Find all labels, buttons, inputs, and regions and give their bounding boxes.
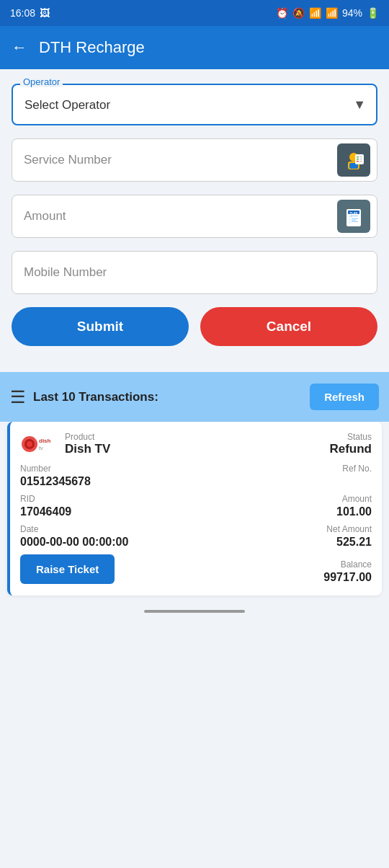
- page-title: DTH Recharge: [39, 38, 145, 57]
- balance-label: Balance: [115, 559, 372, 570]
- amount-label: Amount: [196, 494, 372, 504]
- wifi-icon: 📶: [309, 7, 321, 19]
- raise-ticket-button[interactable]: Raise Ticket: [20, 554, 115, 584]
- back-button[interactable]: ←: [12, 38, 27, 57]
- svg-rect-4: [355, 154, 364, 164]
- submit-button[interactable]: Submit: [12, 307, 189, 346]
- svg-rect-6: [359, 156, 362, 157]
- balance-value: 99717.00: [115, 571, 372, 584]
- battery-label: 94%: [342, 7, 362, 19]
- svg-rect-20: [352, 220, 356, 221]
- netamount-field: Net Amount 525.21: [196, 524, 372, 549]
- date-field: Date 0000-00-00 00:00:00: [20, 524, 196, 549]
- home-bar: [144, 610, 245, 613]
- main-content: Operator Select Operator ▼: [0, 69, 389, 358]
- number-refno-row: Number 01512345678 Ref No.: [20, 464, 372, 488]
- status-left: 16:08 🖼: [10, 7, 50, 19]
- contact-icon[interactable]: [337, 143, 370, 177]
- refresh-button[interactable]: Refresh: [310, 384, 379, 410]
- transactions-title-group: ☰ Last 10 Transactions:: [10, 387, 158, 407]
- signal-icon: 📶: [326, 7, 338, 19]
- status-value: Refund: [329, 442, 372, 456]
- status-photo-icon: 🖼: [40, 7, 50, 19]
- rid-value: 17046409: [20, 505, 196, 518]
- number-label: Number: [20, 464, 196, 474]
- product-label: Product: [65, 432, 110, 442]
- transactions-title: Last 10 Transactions:: [33, 390, 158, 404]
- operator-container: Operator Select Operator ▼: [12, 84, 377, 125]
- buttons-row: Submit Cancel: [12, 307, 377, 346]
- amount-input[interactable]: [12, 195, 377, 238]
- amount-value: 101.00: [196, 505, 372, 518]
- status-time: 16:08: [10, 7, 35, 19]
- svg-text:tv: tv: [39, 446, 43, 451]
- amount-field: Amount 101.00: [196, 494, 372, 518]
- product-info: dish tv Product Dish TV: [20, 432, 110, 456]
- svg-rect-10: [359, 161, 362, 161]
- rid-field: RID 17046409: [20, 494, 196, 518]
- date-value: 0000-00-00 00:00:00: [20, 536, 196, 549]
- amount-group: PLAN: [12, 195, 377, 238]
- svg-text:PLAN: PLAN: [350, 211, 358, 215]
- svg-rect-16: [349, 216, 351, 218]
- product-details: Product Dish TV: [65, 432, 110, 456]
- card-top-row: dish tv Product Dish TV Status Refund: [20, 432, 372, 456]
- svg-rect-17: [352, 216, 358, 216]
- number-value: 01512345678: [20, 475, 196, 488]
- rid-label: RID: [20, 494, 196, 504]
- status-col: Status Refund: [329, 432, 372, 456]
- operator-select[interactable]: Select Operator: [12, 84, 377, 125]
- svg-point-25: [27, 441, 32, 447]
- svg-rect-9: [357, 161, 359, 162]
- service-number-input[interactable]: [12, 138, 377, 182]
- mute-icon: 🔕: [292, 7, 305, 19]
- svg-rect-19: [352, 218, 358, 219]
- refno-field: Ref No.: [196, 464, 372, 488]
- battery-icon: 🔋: [367, 7, 379, 19]
- transactions-list-icon: ☰: [10, 387, 26, 407]
- alarm-icon: ⏰: [276, 7, 288, 19]
- status-bar: 16:08 🖼 ⏰ 🔕 📶 📶 94% 🔋: [0, 0, 389, 26]
- netamount-label: Net Amount: [196, 524, 372, 534]
- raise-ticket-row: Raise Ticket Balance 99717.00: [20, 554, 372, 584]
- service-number-group: [12, 138, 377, 182]
- svg-rect-8: [359, 159, 362, 159]
- mobile-number-input[interactable]: [12, 251, 377, 294]
- operator-label: Operator: [20, 76, 63, 87]
- number-field: Number 01512345678: [20, 464, 196, 488]
- svg-rect-18: [349, 218, 351, 221]
- status-right: ⏰ 🔕 📶 📶 94% 🔋: [276, 7, 379, 19]
- mobile-number-group: [12, 251, 377, 294]
- plan-icon[interactable]: PLAN: [337, 200, 370, 233]
- svg-rect-7: [357, 159, 359, 160]
- home-indicator: [0, 603, 389, 620]
- product-name: Dish TV: [65, 442, 110, 456]
- cancel-button[interactable]: Cancel: [200, 307, 377, 346]
- svg-rect-22: [352, 221, 358, 222]
- svg-rect-5: [357, 156, 359, 158]
- status-label: Status: [329, 432, 372, 442]
- date-label: Date: [20, 524, 196, 534]
- app-bar: ← DTH Recharge: [0, 26, 389, 69]
- svg-rect-21: [349, 221, 351, 223]
- svg-text:dish: dish: [39, 438, 51, 444]
- balance-field: Balance 99717.00: [115, 559, 372, 584]
- rid-amount-row: RID 17046409 Amount 101.00: [20, 494, 372, 518]
- date-netamount-row: Date 0000-00-00 00:00:00 Net Amount 525.…: [20, 524, 372, 549]
- netamount-value: 525.21: [196, 536, 372, 549]
- dishtv-logo: dish tv: [20, 435, 58, 453]
- transaction-card: dish tv Product Dish TV Status Refund Nu…: [7, 422, 382, 595]
- refno-label: Ref No.: [196, 464, 372, 474]
- transactions-header: ☰ Last 10 Transactions: Refresh: [0, 372, 389, 422]
